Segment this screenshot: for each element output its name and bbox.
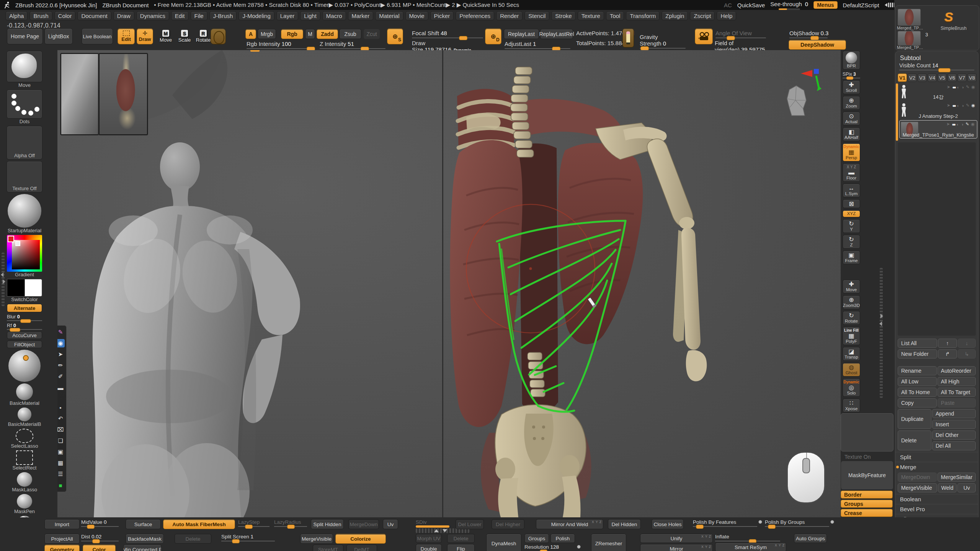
subtool-item-merged-tpose1-ryan-kingslie[interactable]: ➤●●◐◑✎◉Merged_TPose1_Ryan_Kingslie: [899, 120, 977, 139]
undo-icon[interactable]: ↶: [57, 414, 65, 423]
menu-item-material[interactable]: Material: [375, 11, 403, 20]
bottom-button-flip[interactable]: Flip: [447, 544, 475, 551]
menu-item-tool[interactable]: Tool: [606, 11, 624, 20]
right-shelf-zoom3d[interactable]: ⊕Zoom3D: [843, 295, 860, 309]
eraser-icon[interactable]: ▬: [57, 383, 65, 392]
reference-thumbnail-back[interactable]: [60, 53, 99, 135]
obj-shadow-slider[interactable]: ObjShadow0.3: [789, 30, 828, 38]
left-shelf-selectrect[interactable]: SelectRect: [6, 450, 43, 471]
brush-icon[interactable]: ✎: [966, 85, 969, 90]
edit-button[interactable]: Edit: [118, 28, 135, 44]
left-shelf-move[interactable]: Move: [6, 51, 43, 88]
left-shelf-selectlasso[interactable]: SelectLasso: [6, 429, 43, 449]
menu-item-help[interactable]: Help: [717, 11, 736, 20]
rotate-button[interactable]: R Rotate: [196, 30, 211, 43]
viewport-right-anatomy[interactable]: [443, 50, 841, 517]
bottom-button-projectall[interactable]: ProjectAll: [44, 534, 80, 544]
menu-item-dynamics[interactable]: Dynamics: [136, 11, 169, 20]
right-shelf-polyf[interactable]: Line Fill▦PolyF: [843, 327, 860, 345]
menu-item-marker[interactable]: Marker: [348, 11, 374, 20]
bottom-button-smart-resym[interactable]: Smart ReSymX Y Z: [715, 543, 786, 551]
bottom-button-polish[interactable]: Polish: [550, 534, 575, 543]
gravity-strength-slider[interactable]: Gravity Strength0: [640, 34, 686, 49]
subtool-button-all-to-target[interactable]: All To Target: [938, 388, 976, 397]
bottom-button-color[interactable]: Color: [83, 544, 116, 551]
color-swatch-green[interactable]: ■: [57, 481, 65, 489]
menu-item-j-modeling[interactable]: J-Modeling: [238, 11, 274, 20]
right-tray-scroll[interactable]: [880, 268, 883, 398]
visibility-eye-icon[interactable]: ◉: [971, 103, 975, 108]
subtool-tab-v8[interactable]: V8: [967, 73, 977, 82]
left-shelf-dots[interactable]: Dots: [6, 90, 43, 124]
camera-orientation-head[interactable]: [784, 85, 808, 117]
menu-item-texture[interactable]: Texture: [578, 11, 604, 20]
visibility-eye-icon[interactable]: ◉: [971, 122, 975, 127]
zcut-button[interactable]: Zcut: [364, 29, 380, 39]
subtool-button-duplicate[interactable]: Duplicate: [898, 409, 931, 429]
subtool-button-[interactable]: ↱: [938, 349, 957, 359]
right-shelf-actual[interactable]: ⊙Actual: [843, 112, 860, 126]
tool-thumbnail[interactable]: [898, 9, 921, 26]
menu-item-document[interactable]: Document: [77, 11, 111, 20]
left-shelf-startupmaterial[interactable]: StartupMaterial: [6, 194, 43, 233]
visibility-icon[interactable]: ◉: [57, 339, 65, 347]
bottom-button-double[interactable]: Double: [416, 544, 442, 551]
right-shelf-rotate[interactable]: ↻Rotate: [843, 311, 860, 325]
paint-a-button[interactable]: A: [245, 29, 256, 39]
contrast-icon[interactable]: ◑: [962, 85, 964, 90]
menu-item-zscript[interactable]: Zscript: [690, 11, 715, 20]
subtool-button-paste[interactable]: Paste: [938, 398, 976, 408]
palette-icon[interactable]: ☰: [57, 470, 65, 478]
subtool-button-all-low[interactable]: All Low: [898, 377, 937, 386]
shade-icon[interactable]: ◐: [957, 85, 960, 90]
visible-count-slider[interactable]: Visible Count14: [899, 62, 974, 70]
subtool-button-list-all[interactable]: List All: [898, 339, 937, 348]
bottom-button-geometry[interactable]: Geometry: [44, 544, 80, 551]
right-shelf-zoom[interactable]: ⊕Zoom: [843, 96, 860, 110]
right-shelf-transp[interactable]: ◪Transp: [843, 347, 860, 361]
deep-shadow-button[interactable]: DeepShadow: [789, 40, 846, 50]
subtool-button-new-folder[interactable]: New Folder: [898, 349, 937, 359]
menu-item-picker[interactable]: Picker: [430, 11, 454, 20]
subtool-button-all-high[interactable]: All High: [938, 377, 976, 386]
pencil-icon[interactable]: ✏: [57, 361, 65, 370]
trash-icon[interactable]: ⌧: [57, 425, 65, 434]
subtool-tab-v5[interactable]: V5: [938, 73, 947, 82]
subtool-button-mergedown[interactable]: MergeDown: [898, 473, 937, 482]
cursor-icon[interactable]: ➤: [57, 350, 65, 359]
bottom-button-min-connected-p[interactable]: Min Connected P: [123, 544, 162, 551]
menu-item-alpha[interactable]: Alpha: [5, 11, 28, 20]
see-through-slider[interactable]: See-through0: [770, 1, 808, 10]
camera-button[interactable]: [695, 28, 713, 44]
image-icon[interactable]: ▦: [57, 459, 65, 467]
subtool-button-uv[interactable]: Uv: [957, 483, 976, 492]
subtool-button-[interactable]: ↓: [958, 339, 976, 348]
brush-icon[interactable]: ✎: [966, 103, 969, 108]
menu-item-file[interactable]: File: [191, 11, 207, 20]
drag-icon[interactable]: ➤: [947, 103, 950, 108]
bottom-slider-resolution[interactable]: Resolution 128: [524, 544, 576, 551]
menu-item-stroke[interactable]: Stroke: [551, 11, 575, 20]
bottom-button-groups[interactable]: Groups: [524, 534, 549, 543]
menu-item-edit[interactable]: Edit: [171, 11, 189, 20]
pen-tool-icon[interactable]: ✎: [57, 328, 65, 336]
left-shelf-accucurve[interactable]: AccuCurve: [6, 331, 43, 339]
subtool-button-delete[interactable]: Delete: [898, 430, 931, 450]
left-shelf-basicmaterialb[interactable]: BasicMaterialB: [6, 408, 43, 427]
left-shelf-basicmaterial[interactable]: BasicMaterial: [6, 350, 43, 406]
bottom-button-close-holes[interactable]: Close Holes: [652, 519, 684, 529]
main-color-swatch[interactable]: [7, 279, 25, 297]
menu-item-movie[interactable]: Movie: [405, 11, 428, 20]
polypaint-icon[interactable]: ●●: [952, 122, 955, 127]
menu-item-draw[interactable]: Draw: [113, 11, 134, 20]
section-header-bevel-pro[interactable]: Bevel Pro: [895, 504, 978, 514]
replay-last-button[interactable]: ReplayLast: [504, 29, 539, 39]
menu-item-j-brush[interactable]: J-Brush: [209, 11, 237, 20]
right-shelf-persp[interactable]: Dynamic▦Persp: [843, 143, 860, 161]
right-shelf-move[interactable]: ✚Move: [843, 280, 860, 293]
tool-thumbnail[interactable]: [898, 31, 921, 46]
bottom-button-del-lower[interactable]: Del Lower: [456, 519, 484, 529]
subtool-button-append[interactable]: Append: [932, 409, 976, 418]
subtool-tab-v7[interactable]: V7: [957, 73, 967, 82]
menu-item-stencil[interactable]: Stencil: [524, 11, 549, 20]
